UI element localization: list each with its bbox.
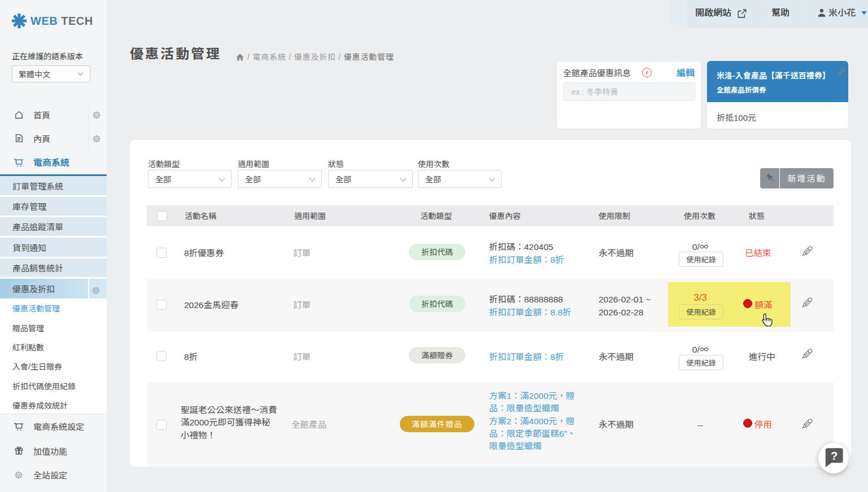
svg-text:?: ? [831,450,838,462]
